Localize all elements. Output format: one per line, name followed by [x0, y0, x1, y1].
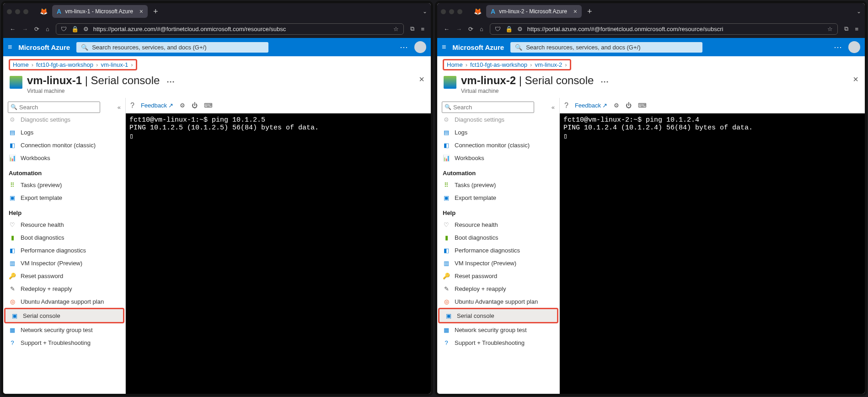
sidebar-item[interactable]: 🔑Reset password: [3, 269, 125, 282]
gear-icon[interactable]: ⚙: [614, 102, 619, 109]
sidebar-item[interactable]: 🔑Reset password: [437, 269, 559, 282]
bookmark-icon[interactable]: ☆: [827, 26, 833, 32]
feedback-link[interactable]: Feedback↗: [575, 102, 607, 109]
close-tab-icon[interactable]: ×: [573, 8, 577, 15]
gear-icon[interactable]: ⚙: [180, 102, 185, 109]
power-icon[interactable]: ⏻: [626, 102, 632, 109]
close-blade-button[interactable]: ×: [419, 74, 424, 85]
collapse-sidebar-icon[interactable]: «: [118, 104, 121, 111]
sidebar-item[interactable]: ⚙Diagnostic settings: [437, 113, 559, 126]
sidebar-search-input[interactable]: [442, 102, 534, 113]
sidebar-item[interactable]: ▥VM Inspector (Preview): [437, 257, 559, 269]
breadcrumb-rg[interactable]: fct10-fgt-as-workshop: [36, 61, 93, 68]
breadcrumb-home[interactable]: Home: [447, 61, 463, 68]
sidebar-item[interactable]: ▦Network security group test: [3, 323, 125, 336]
address-bar[interactable]: 🛡 🔒 ⚙ https://portal.azure.com/#@fortine…: [490, 23, 838, 35]
feedback-link[interactable]: Feedback↗: [141, 102, 173, 109]
close-tab-icon[interactable]: ×: [139, 8, 143, 15]
breadcrumb-vm[interactable]: vm-linux-2: [535, 61, 562, 68]
browser-tab[interactable]: A vm-linux-2 - Microsoft Azure ×: [486, 5, 582, 18]
avatar[interactable]: [848, 41, 860, 53]
forward-button[interactable]: →: [456, 26, 462, 32]
sidebar-item[interactable]: ✎Redeploy + reapply: [437, 282, 559, 295]
sidebar-item[interactable]: ✎Redeploy + reapply: [3, 282, 125, 295]
sidebar-item[interactable]: 📊Workbooks: [437, 151, 559, 164]
sidebar-item[interactable]: ⚙Diagnostic settings: [3, 113, 125, 126]
address-bar[interactable]: 🛡 🔒 ⚙ https://portal.azure.com/#@fortine…: [56, 23, 404, 35]
sidebar-item[interactable]: ▦Network security group test: [437, 323, 559, 336]
sidebar-item[interactable]: ▣Export template: [437, 191, 559, 204]
lock-icon: 🔒: [505, 26, 513, 32]
sidebar-group-title: Automation: [437, 164, 559, 178]
sidebar-search-input[interactable]: [8, 102, 100, 113]
sidebar-item[interactable]: ⠿Tasks (preview): [437, 178, 559, 191]
portal-search[interactable]: 🔍 Search resources, services, and docs (…: [510, 42, 702, 53]
back-button[interactable]: ←: [444, 26, 450, 32]
avatar[interactable]: [414, 41, 426, 53]
sidebar-item[interactable]: ▣Serial console: [4, 308, 124, 323]
sidebar-item[interactable]: ▤Logs: [3, 126, 125, 139]
close-blade-button[interactable]: ×: [853, 74, 858, 85]
home-button[interactable]: ⌂: [46, 26, 49, 32]
new-tab-button[interactable]: +: [153, 7, 158, 16]
sidebar-item[interactable]: ▮Boot diagnostics: [3, 231, 125, 244]
window-controls[interactable]: [7, 9, 28, 14]
browser-tab[interactable]: A vm-linux-1 - Microsoft Azure ×: [52, 5, 148, 18]
sidebar-item[interactable]: ?Support + Troubleshooting: [3, 336, 125, 349]
chevron-down-icon[interactable]: ⌄: [423, 8, 427, 15]
collapse-sidebar-icon[interactable]: «: [552, 104, 555, 111]
sidebar-item[interactable]: ⠿Tasks (preview): [3, 178, 125, 191]
back-button[interactable]: ←: [10, 26, 16, 32]
window-controls[interactable]: [441, 9, 462, 14]
menu-icon[interactable]: ≡: [855, 26, 858, 32]
sidebar-item[interactable]: 📊Workbooks: [3, 151, 125, 164]
sidebar-item[interactable]: ◧Performance diagnostics: [437, 244, 559, 257]
help-icon[interactable]: ?: [564, 102, 568, 110]
keyboard-icon[interactable]: ⌨: [204, 102, 213, 109]
sidebar-item[interactable]: ◧Connection monitor (classic): [437, 139, 559, 151]
sidebar-item[interactable]: ▤Logs: [437, 126, 559, 139]
bookmark-icon[interactable]: ☆: [393, 26, 399, 32]
extensions-icon[interactable]: ⧉: [844, 25, 848, 32]
sidebar-item[interactable]: ♡Resource health: [437, 218, 559, 231]
tune-icon: ⚙: [517, 26, 523, 32]
portal-menu-button[interactable]: ≡: [442, 43, 446, 51]
sidebar-item[interactable]: ▥VM Inspector (Preview): [3, 257, 125, 269]
serial-console-terminal[interactable]: fct10@vm-linux-2:~$ ping 10.1.2.4 PING 1…: [560, 113, 865, 394]
page-more-icon[interactable]: ⋯: [166, 77, 175, 86]
serial-console-terminal[interactable]: fct10@vm-linux-1:~$ ping 10.1.2.5 PING 1…: [126, 113, 431, 394]
more-icon[interactable]: ⋯: [400, 42, 408, 52]
sidebar-item[interactable]: ▮Boot diagnostics: [437, 231, 559, 244]
page-more-icon[interactable]: ⋯: [600, 77, 609, 86]
sidebar-item-label: Logs: [21, 129, 33, 136]
sidebar-item[interactable]: ▣Serial console: [438, 308, 558, 323]
power-icon[interactable]: ⏻: [192, 102, 198, 109]
sidebar-item[interactable]: ◧Performance diagnostics: [3, 244, 125, 257]
forward-button[interactable]: →: [22, 26, 28, 32]
more-icon[interactable]: ⋯: [834, 42, 842, 52]
sidebar-item[interactable]: ◎Ubuntu Advantage support plan: [437, 295, 559, 308]
brand-label[interactable]: Microsoft Azure: [452, 43, 504, 51]
sidebar-item[interactable]: ?Support + Troubleshooting: [437, 336, 559, 349]
portal-menu-button[interactable]: ≡: [8, 43, 12, 51]
sidebar-item[interactable]: ▣Export template: [3, 191, 125, 204]
breadcrumb-home[interactable]: Home: [13, 61, 29, 68]
breadcrumb-vm[interactable]: vm-linux-1: [101, 61, 128, 68]
brand-label[interactable]: Microsoft Azure: [18, 43, 70, 51]
home-button[interactable]: ⌂: [480, 26, 483, 32]
reload-button[interactable]: ⟳: [34, 26, 39, 32]
portal-search[interactable]: 🔍 Search resources, services, and docs (…: [76, 42, 268, 53]
sidebar-item[interactable]: ◎Ubuntu Advantage support plan: [3, 295, 125, 308]
menu-icon[interactable]: ≡: [421, 26, 424, 32]
breadcrumb-rg[interactable]: fct10-fgt-as-workshop: [470, 61, 527, 68]
help-icon[interactable]: ?: [130, 102, 134, 110]
keyboard-icon[interactable]: ⌨: [638, 102, 647, 109]
page-title-name: vm-linux-1: [27, 74, 82, 86]
extensions-icon[interactable]: ⧉: [410, 25, 414, 32]
sidebar-item[interactable]: ◧Connection monitor (classic): [3, 139, 125, 151]
sidebar-item[interactable]: ♡Resource health: [3, 218, 125, 231]
new-tab-button[interactable]: +: [587, 7, 592, 16]
chevron-down-icon[interactable]: ⌄: [857, 8, 861, 15]
reload-button[interactable]: ⟳: [468, 26, 473, 32]
sidebar-item-icon: ✎: [9, 285, 16, 292]
